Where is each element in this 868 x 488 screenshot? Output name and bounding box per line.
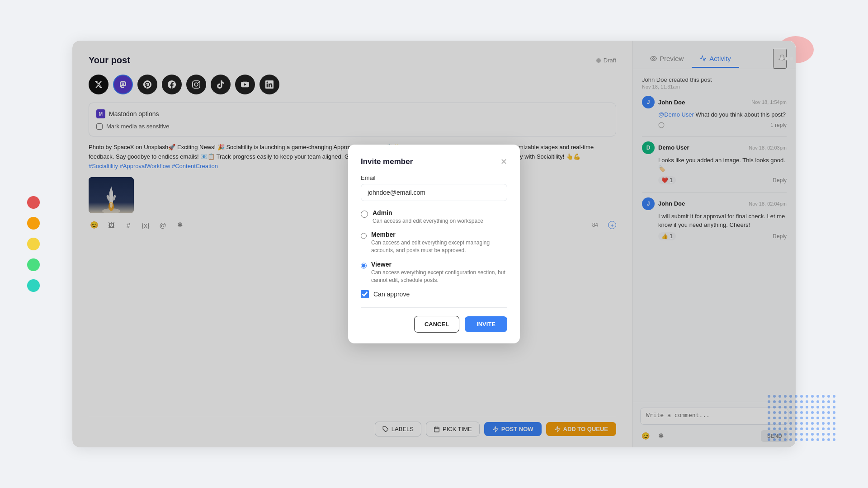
svg-point-93 — [827, 422, 830, 425]
svg-point-51 — [811, 406, 814, 408]
svg-point-63 — [806, 411, 808, 414]
modal-header: Invite member ✕ — [361, 157, 507, 166]
svg-point-49 — [800, 406, 803, 408]
svg-point-23 — [800, 395, 803, 398]
svg-point-127 — [800, 438, 803, 441]
svg-point-131 — [822, 438, 825, 441]
can-approve-row: Can approve — [361, 290, 507, 298]
svg-point-81 — [833, 417, 835, 419]
svg-point-101 — [800, 427, 803, 430]
color-dot-red — [27, 196, 40, 209]
modal-close-button[interactable]: ✕ — [500, 158, 507, 166]
role-admin-info: Admin Can access and edit everything on … — [373, 209, 483, 225]
invite-button[interactable]: INVITE — [465, 316, 507, 332]
modal-title: Invite member — [361, 157, 413, 166]
role-admin-name: Admin — [373, 209, 483, 216]
svg-point-90 — [811, 422, 814, 425]
role-member-radio[interactable] — [361, 232, 367, 239]
role-admin-desc: Can access and edit everything on worksp… — [373, 217, 483, 225]
role-viewer[interactable]: Viewer Can access everything except conf… — [361, 261, 507, 284]
modal-actions: CANCEL INVITE — [361, 316, 507, 333]
modal-overlay: Invite member ✕ Email Admin Can access a… — [72, 41, 796, 447]
role-viewer-name: Viewer — [371, 261, 507, 268]
can-approve-label[interactable]: Can approve — [373, 291, 410, 298]
svg-point-55 — [833, 406, 835, 408]
svg-point-27 — [822, 395, 825, 398]
role-viewer-desc: Can access everything except configurati… — [371, 269, 507, 284]
role-admin[interactable]: Admin Can access and edit everything on … — [361, 209, 507, 225]
svg-point-36 — [800, 400, 803, 403]
svg-point-64 — [811, 411, 814, 414]
invite-modal: Invite member ✕ Email Admin Can access a… — [348, 145, 520, 344]
svg-point-41 — [827, 400, 830, 403]
svg-point-78 — [816, 417, 819, 419]
svg-point-105 — [822, 427, 825, 430]
svg-point-118 — [822, 433, 825, 436]
svg-point-117 — [816, 433, 819, 436]
svg-point-38 — [811, 400, 814, 403]
svg-point-28 — [827, 395, 830, 398]
svg-point-89 — [806, 422, 808, 425]
email-label: Email — [361, 174, 507, 181]
can-approve-checkbox[interactable] — [361, 290, 369, 298]
svg-point-65 — [816, 411, 819, 414]
svg-point-40 — [822, 400, 825, 403]
role-admin-radio[interactable] — [361, 211, 368, 218]
role-viewer-radio[interactable] — [361, 262, 367, 269]
svg-point-67 — [827, 411, 830, 414]
color-dot-orange — [27, 217, 40, 230]
svg-point-94 — [833, 422, 835, 425]
svg-point-37 — [806, 400, 808, 403]
svg-point-26 — [816, 395, 819, 398]
role-member-name: Member — [371, 231, 507, 238]
svg-point-80 — [827, 417, 830, 419]
svg-point-106 — [827, 427, 830, 430]
svg-point-103 — [811, 427, 814, 430]
color-dot-green — [27, 258, 40, 271]
role-member-desc: Can access and edit everything except ma… — [371, 239, 507, 254]
svg-point-39 — [816, 400, 819, 403]
color-dot-yellow — [27, 238, 40, 250]
svg-point-76 — [806, 417, 808, 419]
color-dots — [27, 196, 40, 292]
main-card: Your post Draft — [72, 41, 796, 447]
svg-point-62 — [800, 411, 803, 414]
svg-point-104 — [816, 427, 819, 430]
svg-point-88 — [800, 422, 803, 425]
svg-point-25 — [811, 395, 814, 398]
svg-point-75 — [800, 417, 803, 419]
svg-point-52 — [816, 406, 819, 408]
role-member[interactable]: Member Can access and edit everything ex… — [361, 231, 507, 254]
role-viewer-info: Viewer Can access everything except conf… — [371, 261, 507, 284]
svg-point-77 — [811, 417, 814, 419]
svg-point-115 — [806, 433, 808, 436]
svg-point-91 — [816, 422, 819, 425]
svg-point-102 — [806, 427, 808, 430]
svg-point-54 — [827, 406, 830, 408]
svg-point-50 — [806, 406, 808, 408]
svg-point-130 — [816, 438, 819, 441]
svg-point-24 — [806, 395, 808, 398]
svg-point-119 — [827, 433, 830, 436]
cancel-button[interactable]: CANCEL — [414, 316, 459, 333]
svg-point-114 — [800, 433, 803, 436]
svg-point-53 — [822, 406, 825, 408]
svg-point-116 — [811, 433, 814, 436]
email-input[interactable] — [361, 184, 507, 201]
svg-point-129 — [811, 438, 814, 441]
svg-point-128 — [806, 438, 808, 441]
role-member-info: Member Can access and edit everything ex… — [371, 231, 507, 254]
svg-point-66 — [822, 411, 825, 414]
svg-point-29 — [833, 395, 835, 398]
modal-divider — [361, 307, 507, 308]
color-dot-teal — [27, 279, 40, 292]
svg-point-42 — [833, 400, 835, 403]
main-container: // Will be filled by JS below Your post … — [0, 0, 868, 488]
svg-point-68 — [833, 411, 835, 414]
svg-point-120 — [833, 433, 835, 436]
svg-point-133 — [833, 438, 835, 441]
svg-point-79 — [822, 417, 825, 419]
svg-point-132 — [827, 438, 830, 441]
svg-point-92 — [822, 422, 825, 425]
svg-point-107 — [833, 427, 835, 430]
